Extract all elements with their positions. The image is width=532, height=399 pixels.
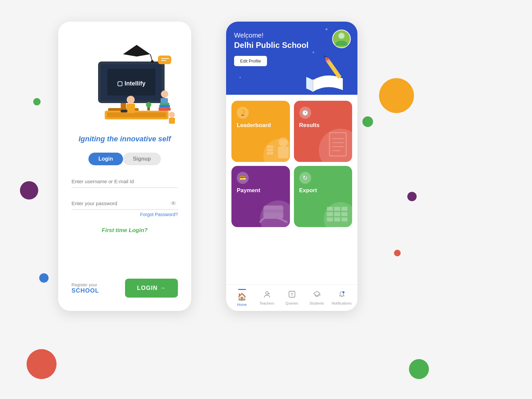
deco-purple-right [407, 192, 417, 201]
svg-rect-29 [312, 79, 314, 92]
signup-tab[interactable]: Signup [123, 153, 161, 165]
svg-rect-13 [126, 104, 135, 113]
nav-teachers-label: Teachers [259, 301, 274, 305]
deco-green-sm-right [362, 116, 373, 127]
login-button[interactable]: LOGIN → [125, 279, 178, 298]
toggle-password-icon[interactable]: 👁 [171, 200, 177, 207]
bottom-actions: Register your SCHOOL LOGIN → [71, 279, 178, 298]
password-input[interactable] [71, 197, 178, 210]
nav-home-label: Home [237, 303, 247, 307]
register-label: Register your [71, 282, 97, 287]
menu-grid: 🏆 Leaderboard 🕐 Results [231, 101, 352, 227]
nav-students-label: Students [310, 301, 324, 305]
banner-dot-1 [326, 28, 328, 30]
svg-text:▢ Intellify: ▢ Intellify [117, 80, 145, 87]
login-illustration: ▢ Intellify [71, 32, 178, 131]
export-label: Export [299, 187, 347, 194]
register-section: Register your SCHOOL [71, 282, 99, 294]
svg-rect-55 [341, 217, 347, 221]
svg-point-62 [342, 291, 344, 293]
login-tab[interactable]: Login [88, 153, 123, 165]
deco-red-mid-right [394, 250, 401, 256]
username-input[interactable] [71, 175, 178, 188]
students-icon [313, 291, 321, 300]
school-name: Delhi Public School [234, 41, 349, 50]
svg-rect-53 [327, 217, 333, 221]
deco-green-bottom-right [409, 359, 429, 379]
svg-rect-52 [341, 212, 347, 216]
password-wrapper: 👁 [71, 197, 178, 210]
svg-point-18 [161, 90, 168, 98]
results-label: Results [299, 122, 347, 129]
deco-blue-left [39, 273, 49, 283]
tab-row: Login Signup [88, 153, 161, 165]
banner-dot-2 [246, 38, 247, 40]
nav-notifications-label: Notifications [332, 301, 352, 305]
nav-home[interactable]: 🏠 Home [232, 289, 252, 307]
svg-rect-39 [267, 145, 273, 148]
first-time-login[interactable]: First time Login? [102, 227, 148, 234]
register-school[interactable]: SCHOOL [71, 287, 99, 294]
export-icon: ↻ [299, 172, 311, 184]
notifications-icon [338, 291, 345, 300]
svg-rect-21 [159, 105, 170, 107]
forgot-password-link[interactable]: Forgot Password? [140, 212, 178, 217]
svg-point-26 [146, 102, 151, 107]
svg-rect-36 [278, 147, 289, 158]
deco-yellow-right [379, 78, 414, 113]
svg-rect-40 [330, 133, 346, 156]
nav-queries[interactable]: ? Queries [282, 291, 302, 305]
deco-red-bottom-left [27, 349, 57, 379]
svg-point-9 [151, 60, 154, 63]
results-card[interactable]: 🕐 Results [294, 101, 352, 162]
svg-rect-49 [341, 207, 347, 211]
leaderboard-icon: 🏆 [237, 107, 249, 119]
nav-queries-label: Queries [285, 301, 298, 305]
svg-line-8 [150, 54, 152, 61]
banner-illustration [306, 54, 353, 95]
home-icon: 🏠 [237, 293, 246, 301]
svg-rect-46 [263, 209, 283, 213]
svg-rect-47 [327, 207, 333, 211]
deco-purple-left [20, 181, 38, 200]
svg-point-28 [338, 33, 345, 39]
dashboard-screen: Welcome! Delhi Public School Edit Profil… [226, 22, 357, 311]
header-banner: Welcome! Delhi Public School Edit Profil… [226, 22, 357, 95]
bottom-nav: 🏠 Home Teachers ? Queries [226, 284, 357, 311]
export-card[interactable]: ↻ Export [294, 166, 352, 227]
svg-rect-14 [121, 110, 127, 112]
avatar[interactable] [332, 30, 351, 48]
banner-dot-4 [239, 77, 241, 78]
svg-point-12 [127, 96, 135, 104]
svg-point-23 [169, 112, 175, 118]
nav-teachers[interactable]: Teachers [257, 291, 277, 305]
svg-rect-37 [267, 152, 273, 155]
svg-rect-22 [160, 103, 169, 105]
svg-rect-15 [158, 56, 171, 64]
deco-green-sm-left [33, 98, 41, 105]
svg-rect-24 [169, 118, 175, 124]
nav-students[interactable]: Students [307, 291, 327, 305]
svg-rect-54 [334, 217, 340, 221]
nav-notifications[interactable]: Notifications [332, 291, 352, 305]
svg-marker-7 [123, 45, 150, 57]
payment-label: Payment [237, 187, 285, 194]
payment-card[interactable]: 💳 Payment [231, 166, 290, 227]
svg-rect-20 [159, 107, 171, 111]
leaderboard-card[interactable]: 🏆 Leaderboard [231, 101, 290, 162]
grid-section: 🏆 Leaderboard 🕐 Results [226, 95, 357, 284]
svg-rect-48 [334, 207, 340, 211]
edit-profile-button[interactable]: Edit Profile [234, 56, 267, 66]
svg-marker-60 [314, 291, 320, 296]
svg-text:?: ? [291, 292, 293, 297]
svg-rect-50 [327, 212, 333, 216]
svg-point-35 [279, 137, 288, 147]
svg-rect-38 [267, 149, 273, 151]
svg-rect-11 [107, 112, 166, 117]
teachers-icon [263, 291, 271, 300]
svg-rect-51 [334, 212, 340, 216]
banner-dot-3 [313, 52, 314, 53]
payment-icon: 💳 [237, 172, 249, 184]
leaderboard-label: Leaderboard [237, 122, 285, 129]
svg-point-56 [266, 292, 268, 294]
